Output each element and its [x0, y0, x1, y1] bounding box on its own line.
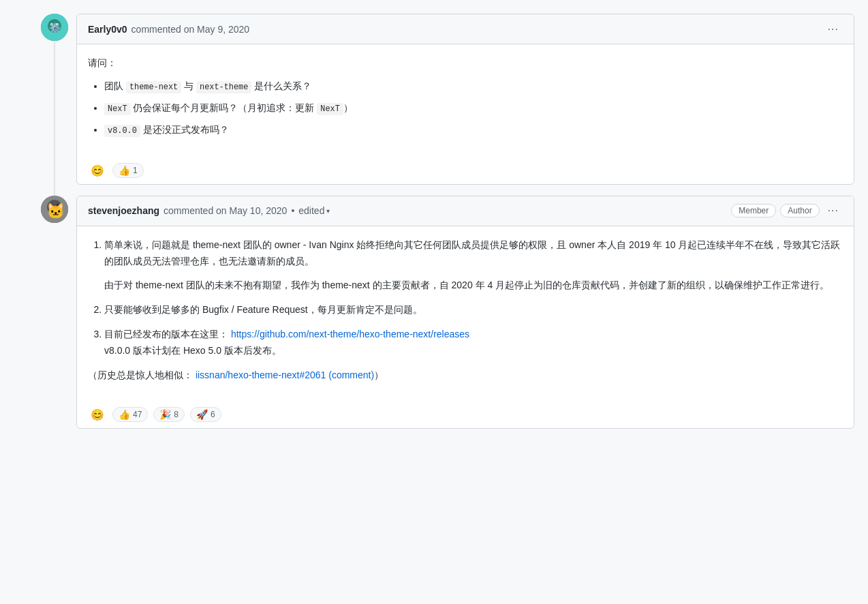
releases-link[interactable]: https://github.com/next-theme/hexo-theme… — [231, 329, 469, 339]
comment-header-1: Early0v0 commented on May 9, 2020 ··· — [77, 14, 854, 44]
bullet-text: 仍会保证每个月更新吗？（月初追求：更新 — [131, 102, 317, 113]
code-next-1: NexT — [104, 103, 131, 115]
more-options-button-1[interactable]: ··· — [824, 22, 843, 37]
svg-text:🐱: 🐱 — [46, 202, 65, 220]
comment-author-1[interactable]: Early0v0 — [88, 24, 127, 35]
bullet-text: 团队 — [104, 80, 126, 91]
tada-count-2: 8 — [174, 410, 179, 419]
avatar-img-2: 🐱 — [41, 196, 68, 223]
avatar-stevenjoezhang: 🐱 — [41, 196, 68, 223]
ordered-item-2-2: 目前已经发布的版本在这里： https://github.com/next-th… — [104, 327, 843, 359]
comment-meta-2: commented on May 10, 2020 — [164, 205, 287, 216]
comment-wrapper-1: ⚙️ Early0v0 commented on May 9, 2020 ···… — [41, 14, 854, 185]
comment-header-2: stevenjoezhang commented on May 10, 2020… — [77, 196, 854, 226]
bullet-list-1: 团队 theme-next 与 next-theme 是什么关系？ NexT 仍… — [88, 78, 843, 138]
ordered-para-2-0-1: 由于对 theme-next 团队的未来不抱有期望，我作为 theme-next… — [104, 277, 843, 294]
postscript-2: （历史总是惊人地相似： iissnan/hexo-theme-next#2061… — [88, 367, 843, 382]
thumbsup-count-2: 47 — [133, 410, 142, 419]
comment-footer-1: 😊 👍 1 — [77, 157, 854, 184]
thumbsup-reaction-2[interactable]: 👍 47 — [112, 407, 148, 422]
tada-reaction-2[interactable]: 🎉 8 — [153, 407, 185, 422]
ordered-item-2-0: 简单来说，问题就是 theme-next 团队的 owner - Ivan Ng… — [104, 237, 843, 294]
comment-wrapper-2: 🐱 stevenjoezhang commented on May 10, 20… — [41, 196, 854, 429]
comment-body-1: 请问： 团队 theme-next 与 next-theme 是什么关系？ Ne… — [77, 44, 854, 157]
code-theme-next: theme-next — [126, 81, 181, 93]
edited-badge: edited ▾ — [298, 205, 330, 216]
bullet-item-1-1: NexT 仍会保证每个月更新吗？（月初追求：更新 NexT） — [104, 100, 843, 117]
bullet-item-1-2: v8.0.0 是还没正式发布吗？ — [104, 122, 843, 138]
ordered-para-2-0-0: 简单来说，问题就是 theme-next 团队的 owner - Ivan Ng… — [104, 237, 843, 270]
author-badge: Author — [780, 204, 819, 217]
code-next-2: NexT — [317, 103, 343, 115]
member-badge: Member — [731, 204, 776, 217]
bullet-item-1-0: 团队 theme-next 与 next-theme 是什么关系？ — [104, 78, 843, 95]
rocket-emoji-2: 🚀 — [196, 409, 208, 420]
more-options-button-2[interactable]: ··· — [824, 203, 843, 218]
avatar-img: ⚙️ — [41, 14, 68, 41]
comment-meta-1: commented on May 9, 2020 — [131, 24, 250, 35]
thumbsup-reaction-1[interactable]: 👍 1 — [112, 163, 144, 178]
add-reaction-button-2[interactable]: 😊 — [88, 407, 107, 423]
comment-header-left-2: stevenjoezhang commented on May 10, 2020… — [88, 205, 330, 216]
comment-box-2: stevenjoezhang commented on May 10, 2020… — [76, 196, 854, 429]
bullet-text: 是什么关系？ — [251, 80, 311, 91]
thumbsup-count-1: 1 — [133, 166, 138, 175]
ordered-list-2: 简单来说，问题就是 theme-next 团队的 owner - Ivan Ng… — [88, 237, 843, 359]
ordered-para-2-1-0: 只要能够收到足够多的 Bugfix / Feature Request，每月更新… — [104, 302, 843, 318]
chevron-down-icon[interactable]: ▾ — [326, 207, 330, 215]
comment-footer-2: 😊 👍 47 🎉 8 🚀 6 — [77, 402, 854, 428]
comment-thread: ⚙️ Early0v0 commented on May 9, 2020 ···… — [41, 14, 854, 440]
comment-body-2: 简单来说，问题就是 theme-next 团队的 owner - Ivan Ng… — [77, 226, 854, 402]
bullet-text: 与 — [181, 80, 196, 91]
svg-text:⚙️: ⚙️ — [49, 22, 61, 34]
add-reaction-button-1[interactable]: 😊 — [88, 163, 107, 179]
code-next-theme: next-theme — [196, 81, 251, 93]
avatar-early0v0: ⚙️ — [41, 14, 68, 41]
rocket-count-2: 6 — [211, 410, 215, 419]
comment-author-2[interactable]: stevenjoezhang — [88, 205, 159, 216]
bullet-text: ） — [343, 102, 353, 113]
ordered-para-2-2-0: 目前已经发布的版本在这里： https://github.com/next-th… — [104, 327, 843, 359]
thumbsup-emoji-1: 👍 — [119, 165, 130, 176]
bullet-text: 是还没正式发布吗？ — [140, 124, 229, 135]
comment-header-right-1: ··· — [824, 22, 843, 37]
bullet-sep: • — [291, 205, 294, 216]
body-intro-1: 请问： — [88, 55, 843, 70]
rocket-reaction-2[interactable]: 🚀 6 — [190, 407, 221, 422]
comment-box-1: Early0v0 commented on May 9, 2020 ··· 请问… — [76, 14, 854, 185]
edited-label: edited — [298, 205, 324, 216]
ordered-item-2-1: 只要能够收到足够多的 Bugfix / Feature Request，每月更新… — [104, 302, 843, 318]
comment-header-left-1: Early0v0 commented on May 9, 2020 — [88, 24, 249, 35]
comment-header-right-2: Member Author ··· — [731, 203, 843, 218]
thumbsup-emoji-2: 👍 — [119, 409, 130, 420]
history-link[interactable]: iissnan/hexo-theme-next#2061 (comment) — [196, 369, 374, 380]
page-container: ⚙️ Early0v0 commented on May 9, 2020 ···… — [0, 14, 868, 440]
code-v800: v8.0.0 — [104, 125, 140, 137]
tada-emoji-2: 🎉 — [159, 409, 171, 420]
